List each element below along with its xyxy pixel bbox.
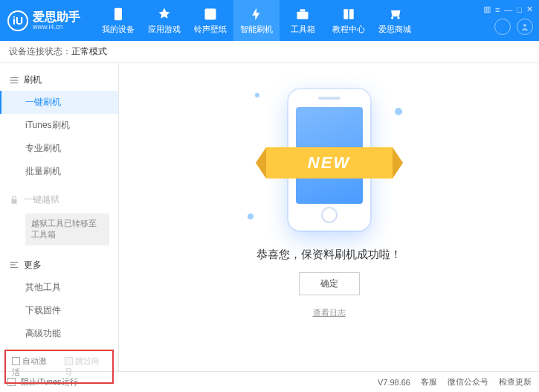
status-label: 设备连接状态：: [9, 45, 71, 58]
svg-rect-2: [297, 11, 309, 19]
nav-label: 爱思商城: [378, 24, 411, 35]
status-bar: 设备连接状态： 正常模式: [0, 41, 539, 63]
nav-tutorials[interactable]: 教程中心: [326, 0, 372, 41]
user-button[interactable]: [517, 19, 533, 35]
nav-apps-games[interactable]: 应用游戏: [141, 0, 187, 41]
nav-label: 教程中心: [332, 24, 365, 35]
main-nav: 我的设备 应用游戏 铃声壁纸 智能刷机 工具箱 教程中心 爱思商城: [95, 0, 418, 41]
app-header: iU 爱思助手 www.i4.cn 我的设备 应用游戏 铃声壁纸 智能刷机 工具…: [0, 0, 539, 41]
sidebar-item-pro-flash[interactable]: 专业刷机: [0, 137, 118, 160]
header-actions: [494, 19, 533, 35]
maximize-icon[interactable]: □: [517, 5, 522, 14]
list-icon: [9, 75, 19, 86]
new-banner: NEW: [266, 147, 393, 179]
device-info: iPhone 15 Pro Max 512GB iPhone: [0, 388, 118, 392]
svg-rect-5: [10, 77, 19, 77]
svg-rect-6: [10, 80, 19, 80]
section-title: 更多: [24, 259, 42, 271]
svg-rect-1: [205, 8, 216, 19]
skin-icon[interactable]: ▥: [483, 4, 491, 14]
wallpaper-icon: [203, 7, 218, 22]
confirm-button[interactable]: 确定: [299, 272, 360, 295]
sidebar-item-advanced[interactable]: 高级功能: [0, 322, 118, 345]
toolbox-icon: [295, 7, 310, 22]
success-illustration: NEW: [248, 86, 411, 234]
sidebar-item-one-click-flash[interactable]: 一键刷机: [0, 91, 118, 114]
options-highlight-box: 自动激活 跳过向导: [4, 350, 114, 384]
view-log-link[interactable]: 查看日志: [313, 307, 346, 318]
svg-rect-0: [114, 7, 122, 20]
nav-label: 铃声壁纸: [194, 24, 227, 35]
phone-icon: [111, 7, 126, 22]
footer-link-support[interactable]: 客服: [421, 376, 437, 388]
checkbox-auto-activate[interactable]: [12, 357, 20, 365]
nav-label: 工具箱: [291, 24, 315, 35]
footer-link-update[interactable]: 检查更新: [499, 376, 532, 388]
section-title: 刷机: [24, 74, 42, 86]
nav-label: 智能刷机: [240, 24, 273, 35]
cart-icon: [387, 7, 402, 22]
version-label: V7.98.66: [378, 378, 410, 387]
nav-toolbox[interactable]: 工具箱: [280, 0, 326, 41]
minimize-icon[interactable]: —: [504, 5, 512, 14]
sidebar-item-other-tools[interactable]: 其他工具: [0, 276, 118, 299]
more-icon: [9, 260, 19, 270]
app-name: 爱思助手: [33, 11, 80, 23]
main-content: NEW 恭喜您，保资料刷机成功啦！ 确定 查看日志: [119, 63, 539, 371]
svg-rect-10: [10, 265, 16, 266]
window-controls: ▥ ≡ — □ ✕: [483, 4, 533, 14]
status-value: 正常模式: [71, 45, 107, 58]
download-button[interactable]: [494, 19, 511, 35]
nav-my-device[interactable]: 我的设备: [95, 0, 141, 41]
nav-store[interactable]: 爱思商城: [372, 0, 418, 41]
svg-rect-8: [12, 199, 17, 203]
svg-rect-11: [10, 267, 19, 268]
footer-link-wechat[interactable]: 微信公众号: [448, 376, 488, 388]
sidebar-item-itunes-flash[interactable]: iTunes刷机: [0, 114, 118, 137]
menu-icon[interactable]: ≡: [495, 5, 500, 14]
svg-rect-9: [10, 262, 19, 263]
svg-rect-7: [10, 82, 19, 83]
nav-label: 应用游戏: [148, 24, 181, 35]
flash-icon: [249, 7, 264, 22]
jailbreak-note: 越狱工具已转移至工具箱: [25, 213, 109, 245]
svg-point-4: [523, 24, 526, 27]
sidebar-section-more[interactable]: 更多: [0, 254, 118, 276]
nav-label: 我的设备: [102, 24, 135, 35]
lock-icon: [9, 195, 19, 205]
sidebar-item-batch-flash[interactable]: 批量刷机: [0, 160, 118, 183]
section-title: 一键越狱: [24, 193, 59, 206]
checkbox-skip-guide: [65, 357, 73, 365]
sidebar-item-download-firmware[interactable]: 下载固件: [0, 299, 118, 322]
sidebar: 刷机 一键刷机 iTunes刷机 专业刷机 批量刷机 一键越狱 越狱工具已转移至…: [0, 63, 119, 371]
success-message: 恭喜您，保资料刷机成功啦！: [256, 248, 401, 262]
nav-ringtone-wallpaper[interactable]: 铃声壁纸: [187, 0, 233, 41]
close-icon[interactable]: ✕: [526, 4, 533, 14]
nav-smart-flash[interactable]: 智能刷机: [233, 0, 280, 41]
app-url: www.i4.cn: [33, 23, 80, 30]
logo: iU 爱思助手 www.i4.cn: [7, 10, 80, 31]
sidebar-section-jailbreak: 一键越狱: [0, 189, 118, 211]
svg-rect-3: [300, 9, 306, 11]
book-icon: [341, 7, 356, 22]
sidebar-section-flash[interactable]: 刷机: [0, 69, 118, 91]
logo-icon: iU: [7, 10, 28, 31]
app-icon: [157, 7, 172, 22]
